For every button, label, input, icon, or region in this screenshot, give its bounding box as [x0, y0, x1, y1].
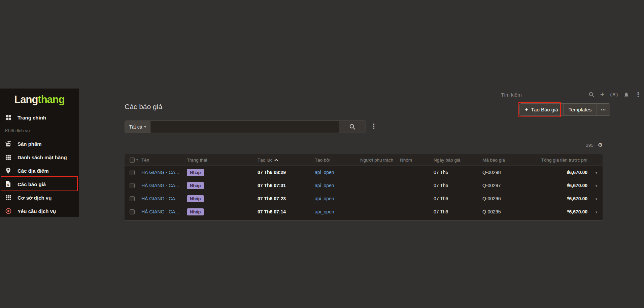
create-quote-button[interactable]: + Tạo Báo giá [520, 104, 563, 115]
quote-code-cell: Q-00296 [482, 196, 526, 201]
quote-name-link[interactable]: HÀ GIANG - CA... [141, 209, 179, 214]
column-header-created-by[interactable]: Tạo bởi [315, 158, 360, 163]
dot-circle-icon [5, 208, 11, 214]
status-badge: Nháp [187, 195, 204, 202]
table-row[interactable]: HÀ GIANG - CA... Nháp 07 Th6 07:14 api_o… [125, 205, 603, 218]
row-actions-caret-icon[interactable]: ▾ [596, 184, 598, 188]
quote-code-cell: Q-00297 [482, 183, 526, 188]
cable-car-icon [5, 141, 11, 147]
table-row[interactable]: HÀ GIANG - CA... Nháp 07 Th6 07:31 api_o… [125, 179, 603, 192]
plus-icon: + [525, 107, 528, 112]
quote-name-link[interactable]: HÀ GIANG - CA... [141, 183, 179, 188]
grid-3x3-icon [5, 154, 11, 161]
row-checkbox[interactable] [130, 183, 135, 188]
sidebar-item-cac-bao-gia[interactable]: $ Các báo giá [0, 177, 79, 191]
more-actions-button[interactable]: ••• [597, 104, 610, 115]
logo-text-second: thang [38, 94, 64, 105]
top-bar: + ('A') ⋮ [501, 89, 641, 100]
search-icon [349, 124, 355, 130]
app-logo: Langthang [0, 92, 79, 110]
column-header-name[interactable]: Tên [141, 158, 187, 163]
created-at-cell: 07 Th6 08:29 [258, 170, 315, 175]
quote-name-link[interactable]: HÀ GIANG - CA... [141, 196, 179, 201]
created-by-link[interactable]: api_open [315, 196, 334, 201]
filter-search-input[interactable] [150, 121, 339, 133]
column-header-group[interactable]: Nhóm [400, 158, 434, 163]
sidebar-item-label: Cơ sở dịch vụ [18, 195, 52, 201]
sidebar-item-label: Danh sách mặt hàng [18, 155, 67, 160]
status-badge: Nháp [187, 169, 204, 176]
created-at-cell: 07 Th6 07:14 [258, 209, 315, 214]
sidebar-item-label: Các địa điểm [18, 168, 49, 174]
quote-date-cell: 07 Th6 [434, 183, 482, 188]
total-cell: ₫6,670.00 [526, 196, 590, 201]
column-header-code[interactable]: Mã báo giá [482, 158, 526, 163]
table-row[interactable]: HÀ GIANG - CA... Nháp 07 Th6 07:23 api_o… [125, 192, 603, 205]
quote-date-cell: 07 Th6 [434, 196, 482, 201]
map-pin-icon [5, 168, 11, 174]
sidebar-item-co-so-dich-vu[interactable]: Cơ sở dịch vụ [0, 191, 79, 204]
row-checkbox[interactable] [130, 170, 135, 175]
row-actions-caret-icon[interactable]: ▾ [596, 171, 598, 175]
sidebar-item-trang-chinh[interactable]: Trang chính [0, 111, 79, 124]
logo-text-first: Lang [14, 94, 38, 105]
row-checkbox[interactable] [130, 196, 135, 201]
list-toolbar: 295 ⚙ [569, 141, 603, 149]
quotes-table: ▾ Tên Trạng thái Tạo lúc Tạo bởi Người p… [125, 154, 603, 220]
table-row[interactable]: HÀ GIANG - CA... Nháp 07 Th6 08:29 api_o… [125, 166, 603, 179]
filter-scope-dropdown[interactable]: Tất cả ▾ [125, 121, 150, 133]
top-bar-icons: + ('A') ⋮ [588, 91, 641, 98]
dashboard-grid-icon [5, 114, 11, 121]
quote-date-cell: 07 Th6 [434, 209, 482, 214]
add-icon[interactable]: + [600, 91, 605, 98]
created-by-link[interactable]: api_open [315, 209, 334, 214]
sidebar-item-label: Sản phẩm [18, 141, 42, 147]
quote-code-cell: Q-00298 [482, 170, 526, 175]
quote-date-cell: 07 Th6 [434, 170, 482, 175]
bell-icon[interactable] [623, 91, 629, 98]
row-checkbox[interactable] [130, 209, 135, 214]
column-header-status[interactable]: Trạng thái [187, 158, 258, 163]
total-cell: ₫6,670.00 [526, 183, 590, 188]
sidebar-item-cac-dia-diem[interactable]: Các địa điểm [0, 164, 79, 177]
page-title: Các báo giá [125, 103, 162, 111]
sidebar: Langthang Trang chính Khối dịch vụ Sản p… [0, 89, 79, 217]
filter-scope-label: Tất cả [129, 124, 142, 130]
kebab-menu-icon[interactable]: ⋮ [635, 91, 641, 98]
column-header-quote-date[interactable]: Ngày báo giá [434, 158, 482, 163]
sidebar-item-yeu-cau-dich-vu[interactable]: Yêu cầu dịch vụ [0, 204, 79, 218]
search-icon[interactable] [588, 91, 595, 98]
action-button-group: + Tạo Báo giá Templates ••• [519, 103, 610, 116]
settings-gear-icon[interactable]: ⚙ [598, 142, 603, 148]
total-cell: ₫6,670.00 [526, 209, 590, 214]
row-actions-caret-icon[interactable]: ▾ [596, 210, 598, 214]
sidebar-item-san-pham[interactable]: Sản phẩm [0, 137, 79, 150]
column-header-owner[interactable]: Người phụ trách [360, 158, 400, 163]
created-at-cell: 07 Th6 07:31 [258, 183, 315, 188]
select-all-caret-icon[interactable]: ▾ [136, 158, 138, 162]
sort-ascending-icon [274, 159, 278, 161]
quote-code-cell: Q-00295 [482, 209, 526, 214]
invoice-dollar-icon: $ [5, 181, 11, 187]
record-count: 295 [586, 143, 594, 148]
created-at-cell: 07 Th6 07:23 [258, 196, 315, 201]
created-by-link[interactable]: api_open [315, 170, 334, 175]
sidebar-item-label: Yêu cầu dịch vụ [18, 208, 56, 214]
grid-3x3-icon [5, 195, 11, 201]
column-header-created-at[interactable]: Tạo lúc [258, 158, 315, 163]
global-search-input[interactable] [501, 92, 572, 98]
filter-search-button[interactable] [339, 121, 366, 133]
created-by-link[interactable]: api_open [315, 183, 334, 188]
row-actions-caret-icon[interactable]: ▾ [596, 197, 598, 201]
select-all-checkbox[interactable] [130, 158, 135, 163]
sidebar-item-danh-sach-mat-hang[interactable]: Danh sách mặt hàng [0, 150, 79, 164]
templates-button[interactable]: Templates [563, 104, 597, 115]
translate-icon[interactable]: ('A') [610, 91, 618, 98]
table-header-row: ▾ Tên Trạng thái Tạo lúc Tạo bởi Người p… [125, 154, 603, 166]
filter-bar: Tất cả ▾ [125, 121, 366, 133]
sidebar-menu: Trang chính Khối dịch vụ Sản phẩm Danh s… [0, 110, 79, 218]
chevron-down-icon: ▾ [144, 125, 146, 129]
column-header-total[interactable]: Tổng giá tiền trước phí [526, 158, 590, 163]
quote-name-link[interactable]: HÀ GIANG - CA... [141, 170, 179, 175]
filter-kebab-icon[interactable]: ⋮ [370, 122, 377, 130]
